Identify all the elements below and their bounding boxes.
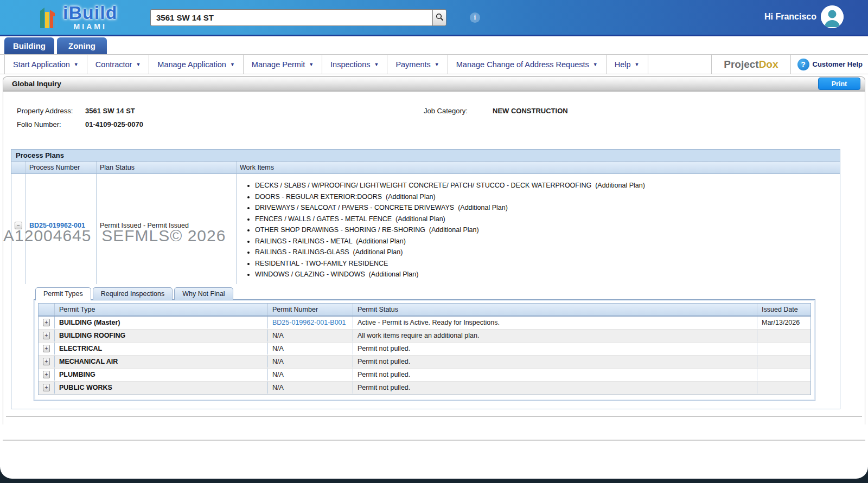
building-icon (37, 3, 60, 33)
permit-number-cell: N/A (268, 382, 353, 394)
issued-date-cell (757, 359, 810, 364)
permit-type-cell: PUBLIC WORKS (55, 382, 268, 394)
process-number-link[interactable]: BD25-019962-001 (29, 222, 85, 229)
table-row: + MECHANICAL AIR N/A Permit not pulled. (39, 356, 810, 369)
question-mark-icon: ? (797, 59, 809, 70)
top-header: iBuild MIAMI i Hi Francisco (0, 0, 868, 36)
work-item: FENCES / WALLS / GATES - METAL FENCE (Ad… (255, 215, 837, 223)
table-row: + ELECTRICAL N/A Permit not pulled. (39, 343, 810, 356)
info-icon[interactable]: i (470, 12, 480, 23)
menu-contractor[interactable]: Contractor▼ (87, 55, 150, 74)
tab-zoning[interactable]: Zoning (57, 37, 107, 54)
permit-number-cell: N/A (268, 330, 353, 342)
collapse-icon[interactable]: − (15, 222, 22, 229)
menu-payments[interactable]: Payments▼ (387, 55, 448, 74)
col-permit-number: Permit Number (268, 304, 353, 315)
permit-number-cell: N/A (268, 369, 353, 381)
panel-titlebar: Global Inquiry Print (3, 77, 865, 92)
tab-required-inspections[interactable]: Required Inspections (93, 287, 173, 300)
permit-status-cell: All work items require an additional pla… (353, 330, 757, 342)
menu-manage-permit[interactable]: Manage Permit▼ (244, 55, 322, 74)
permit-types-panel: Permit Type Permit Number Permit Status … (34, 299, 815, 401)
expander-column-header (39, 304, 55, 315)
search-input[interactable] (150, 9, 432, 26)
user-greeting: Hi Francisco (764, 12, 816, 22)
tab-permit-types[interactable]: Permit Types (35, 287, 91, 300)
permit-type-cell: PLUMBING (55, 369, 268, 381)
permit-type-cell: BUILDING ROOFING (55, 330, 268, 342)
menu-manage-application[interactable]: Manage Application▼ (149, 55, 244, 74)
process-plans-section: Process Plans Process Number Plan Status… (11, 149, 840, 409)
menu-label: Manage Application (157, 60, 226, 69)
chevron-down-icon: ▼ (74, 62, 79, 67)
permit-detail-area: Permit Types Required Inspections Why No… (34, 287, 815, 401)
tab-why-not-final[interactable]: Why Not Final (174, 287, 233, 300)
process-plans-title: Process Plans (11, 150, 840, 162)
work-item: DECKS / SLABS / W/PROOFING/ LIGHTWEIGHT … (255, 182, 837, 189)
chevron-down-icon: ▼ (230, 62, 235, 67)
expand-icon[interactable]: + (43, 345, 50, 352)
global-inquiry-panel: Global Inquiry Print Property Address: 3… (3, 76, 865, 424)
work-item: DRIVEWAYS / SEALCOAT / PAVERS - CONCRETE… (255, 204, 837, 211)
issued-date-cell (757, 385, 810, 390)
logo-text: iBuild MIAMI (63, 3, 117, 30)
property-info: Property Address: 3561 SW 14 ST Folio Nu… (3, 92, 865, 145)
col-permit-type: Permit Type (55, 304, 268, 315)
menu-inspections[interactable]: Inspections▼ (322, 55, 387, 74)
expand-icon[interactable]: + (43, 358, 50, 365)
issued-date-cell (757, 346, 810, 351)
permit-status-cell: Permit not pulled. (353, 369, 757, 381)
page-title: Global Inquiry (12, 80, 61, 88)
menu-label: Help (615, 60, 631, 69)
plan-status-cell: Permit Issued - Permit Issued (97, 174, 237, 284)
permit-status-cell: Active - Permit is Active. Ready for Ins… (353, 317, 757, 329)
folio-number-row: Folio Number: 01-4109-025-0070 (17, 120, 865, 128)
content-footer-edge (3, 424, 865, 441)
work-items-cell: DECKS / SLABS / W/PROOFING/ LIGHTWEIGHT … (237, 174, 840, 284)
chevron-down-icon: ▼ (136, 62, 141, 67)
projectdox-text-gold: Dox (759, 59, 778, 70)
table-row: + BUILDING (Master) BD25-019962-001-B001… (39, 317, 810, 330)
tab-building[interactable]: Building (4, 37, 54, 54)
menu-spacer (648, 55, 712, 74)
expand-icon[interactable]: + (43, 332, 50, 339)
menu-address-requests[interactable]: Manage Change of Address Requests▼ (448, 55, 607, 74)
menu-help[interactable]: Help▼ (607, 55, 648, 74)
row-expander-cell: + (39, 343, 55, 355)
ibuild-logo[interactable]: iBuild MIAMI (37, 3, 117, 33)
permit-types-table: Permit Type Permit Number Permit Status … (38, 303, 811, 395)
permit-tab-strip: Permit Types Required Inspections Why No… (34, 287, 815, 300)
process-plans-header-row: Process Number Plan Status Work Items (11, 162, 840, 174)
job-category-row: Job Category: NEW CONSTRUCTION (424, 107, 568, 115)
work-item: RAILINGS - RAILINGS - METAL (Additional … (255, 237, 837, 245)
row-expander-cell: + (39, 356, 55, 368)
customer-help-label: Customer Help (813, 60, 863, 68)
permit-status-cell: Permit not pulled. (353, 343, 757, 355)
print-button[interactable]: Print (818, 78, 860, 90)
user-avatar[interactable] (821, 5, 844, 28)
expand-icon[interactable]: + (43, 371, 50, 378)
permit-number-cell: N/A (268, 343, 353, 355)
permit-number-link[interactable]: BD25-019962-001-B001 (272, 319, 346, 326)
expand-icon[interactable]: + (43, 319, 50, 326)
permit-type-cell: BUILDING (Master) (55, 317, 268, 329)
projectdox-logo[interactable]: ProjectDox (711, 55, 790, 74)
section-divider (6, 416, 862, 417)
search-button[interactable] (432, 9, 446, 26)
permit-table-header: Permit Type Permit Number Permit Status … (39, 304, 810, 317)
issued-date-cell: Mar/13/2026 (757, 317, 810, 329)
expand-icon[interactable]: + (43, 384, 50, 391)
property-address-value: 3561 SW 14 ST (85, 107, 135, 115)
col-plan-status: Plan Status (97, 162, 237, 173)
work-item: RAILINGS - RAILINGS-GLASS (Additional Pl… (255, 248, 837, 256)
row-expander-cell: + (39, 369, 55, 381)
row-expander-cell: + (39, 330, 55, 342)
row-expander-cell: + (39, 317, 55, 329)
chevron-down-icon: ▼ (593, 62, 598, 67)
menu-start-application[interactable]: Start Application▼ (4, 55, 87, 74)
logo-miami-text: MIAMI (63, 23, 117, 30)
customer-help-link[interactable]: ? Customer Help (791, 55, 868, 74)
work-item: DOORS - REGULAR EXTERIOR:DOORS (Addition… (255, 193, 837, 201)
search-icon (436, 13, 444, 23)
col-permit-status: Permit Status (353, 304, 757, 315)
